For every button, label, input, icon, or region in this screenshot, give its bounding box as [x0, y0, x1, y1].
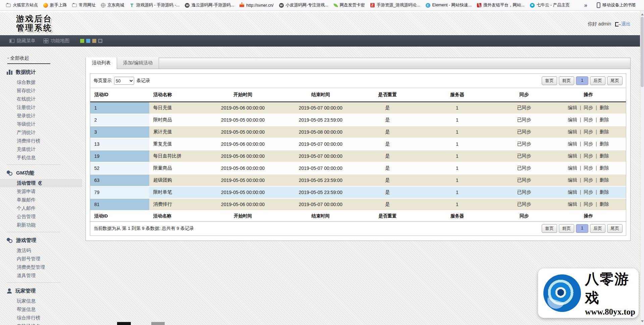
collapse-all-button[interactable]: - 全部收起: [7, 55, 82, 61]
action-sync-link[interactable]: 同步: [584, 141, 593, 146]
sidebar-item[interactable]: 手机信息: [0, 153, 82, 162]
scroll-down-arrow-icon[interactable]: [641, 320, 644, 324]
sidebar-item-label: 资源申请: [17, 189, 36, 194]
sidebar-item[interactable]: 产消统计: [0, 128, 82, 137]
theme-swatch-icon[interactable]: [80, 39, 84, 43]
sidebar-item[interactable]: 在线统计: [0, 95, 82, 103]
feature-map-button[interactable]: 功能地图: [44, 38, 69, 44]
tab-inactive[interactable]: 添加/编辑活动: [117, 57, 159, 69]
logout-link[interactable]: 退出: [621, 21, 631, 27]
sidebar-item[interactable]: 个人邮件: [0, 204, 82, 212]
sidebar-item[interactable]: 充值统计: [0, 145, 82, 153]
page-button[interactable]: 尾页: [607, 76, 623, 85]
bookmark-item[interactable]: 搜外友链平台，网站...: [474, 1, 527, 9]
tab-active[interactable]: 活动列表: [86, 57, 117, 69]
sidebar-item[interactable]: 资源申请: [0, 187, 82, 196]
action-delete-link[interactable]: 删除: [600, 141, 609, 146]
bookmark-item[interactable]: 新手上路: [41, 1, 69, 9]
scroll-up-arrow-icon[interactable]: [641, 12, 644, 15]
action-sync-link[interactable]: 同步: [584, 105, 593, 110]
sidebar-section-title[interactable]: 游戏管理: [7, 236, 82, 245]
sidebar-section-title[interactable]: 玩家管理: [7, 286, 82, 296]
action-sync-link[interactable]: 同步: [584, 165, 593, 171]
bookmark-item[interactable]: 网盘发货卡密: [331, 1, 368, 9]
sidebar-item[interactable]: 等级统计: [0, 120, 82, 128]
action-sync-link[interactable]: 同步: [584, 177, 593, 183]
action-sync-link[interactable]: 同步: [584, 189, 593, 195]
page-button[interactable]: 1: [576, 76, 588, 85]
hide-menu-button[interactable]: 隐藏菜单: [9, 38, 36, 44]
sidebar-section-title[interactable]: 数据统计: [7, 67, 82, 77]
action-delete-link[interactable]: 删除: [600, 177, 609, 183]
action-sync-link[interactable]: 同步: [584, 117, 593, 122]
action-delete-link[interactable]: 删除: [600, 153, 609, 158]
action-edit-link[interactable]: 编辑: [568, 129, 577, 134]
vertical-scrollbar[interactable]: [640, 11, 644, 325]
bookmark-item[interactable]: T游戏源码 - 手游源码 -...: [127, 1, 182, 9]
sidebar-item[interactable]: 帮派信息: [0, 305, 82, 314]
bookmark-item[interactable]: W逸云源码网-手游源码...: [182, 1, 237, 9]
page-button[interactable]: 1: [576, 224, 588, 233]
sidebar-item[interactable]: 登录统计: [0, 112, 82, 120]
sidebar-item[interactable]: 留存统计: [0, 86, 82, 95]
theme-swatch-icon[interactable]: [98, 39, 102, 43]
sidebar-item[interactable]: 竞技场排名: [0, 322, 82, 325]
action-edit-link[interactable]: 编辑: [568, 117, 577, 122]
page-button[interactable]: 前页: [559, 76, 574, 85]
scrollbar-thumb[interactable]: [641, 17, 644, 87]
action-edit-link[interactable]: 编辑: [568, 201, 577, 207]
sidebar-item[interactable]: 单服邮件: [0, 196, 82, 204]
bookmarks-overflow-chevron[interactable]: »: [582, 2, 589, 9]
sidebar-item[interactable]: 道具管理: [0, 271, 82, 280]
page-size-select[interactable]: 50: [114, 77, 134, 85]
sidebar-item[interactable]: 内部号管理: [0, 255, 82, 263]
page-button[interactable]: 后页: [590, 224, 605, 233]
action-delete-link[interactable]: 删除: [600, 117, 609, 122]
sidebar-item[interactable]: 消费排行榜: [0, 137, 82, 145]
page-button[interactable]: 首页: [542, 76, 557, 85]
sidebar-item[interactable]: 活动管理: [0, 179, 82, 187]
action-edit-link[interactable]: 编辑: [568, 153, 577, 158]
action-delete-link[interactable]: 删除: [600, 189, 609, 195]
sidebar-item[interactable]: 综合排行榜: [0, 314, 82, 322]
cell-activity-name: 重复充值: [149, 138, 203, 150]
sidebar-item[interactable]: 玩家信息: [0, 297, 82, 305]
action-delete-link[interactable]: 删除: [600, 105, 609, 110]
horizontal-scrollbar-dark-segment[interactable]: [117, 322, 131, 325]
bookmark-item[interactable]: 常用网址: [69, 1, 98, 9]
sidebar-item[interactable]: 注册统计: [0, 103, 82, 112]
bookmark-item[interactable]: Z手游资源_游戏源码论...: [368, 1, 423, 9]
theme-swatch-icon[interactable]: [86, 39, 90, 43]
action-delete-link[interactable]: 删除: [600, 165, 609, 171]
action-sync-link[interactable]: 同步: [584, 129, 593, 134]
action-edit-link[interactable]: 编辑: [568, 141, 577, 146]
action-edit-link[interactable]: 编辑: [568, 165, 577, 171]
page-button[interactable]: 后页: [590, 76, 605, 85]
page-button[interactable]: 前页: [559, 224, 574, 233]
action-edit-link[interactable]: 编辑: [568, 105, 577, 110]
page-button[interactable]: 尾页: [607, 224, 623, 233]
sidebar-item[interactable]: 刷新功能: [0, 221, 82, 229]
action-edit-link[interactable]: 编辑: [568, 177, 577, 183]
action-delete-link[interactable]: 删除: [600, 129, 609, 134]
sidebar-item[interactable]: 综合数据: [0, 78, 82, 86]
sidebar-item[interactable]: 消费类型管理: [0, 263, 82, 271]
action-delete-link[interactable]: 删除: [600, 201, 609, 207]
bookmark-item[interactable]: 七牛云 - 产品主页: [527, 1, 573, 9]
bookmark-item[interactable]: W小皮源码网-专注游戏...: [276, 1, 331, 9]
horizontal-scrollbar-gray-segment[interactable]: [151, 322, 165, 325]
mobile-bookmarks-button[interactable]: 移动设备上的书签: [594, 1, 639, 9]
action-edit-link[interactable]: 编辑: [568, 189, 577, 195]
bookmark-item[interactable]: 京东商城: [98, 1, 127, 9]
action-sync-link[interactable]: 同步: [584, 201, 593, 207]
page-button[interactable]: 首页: [542, 224, 557, 233]
sidebar-item[interactable]: 公告管理: [0, 212, 82, 221]
action-sync-link[interactable]: 同步: [584, 153, 593, 158]
sidebar-section-title[interactable]: GM功能: [7, 168, 82, 178]
sidebar-item[interactable]: 激活码: [0, 246, 82, 255]
bookmark-item[interactable]: http://svner.cn/: [237, 2, 276, 9]
bookmark-item[interactable]: 火狐官方站点: [3, 1, 41, 9]
bookmark-item[interactable]: EElement - 网站快速...: [423, 1, 474, 9]
cell-activity-id: 79: [90, 186, 149, 198]
theme-swatch-icon[interactable]: [92, 39, 96, 43]
